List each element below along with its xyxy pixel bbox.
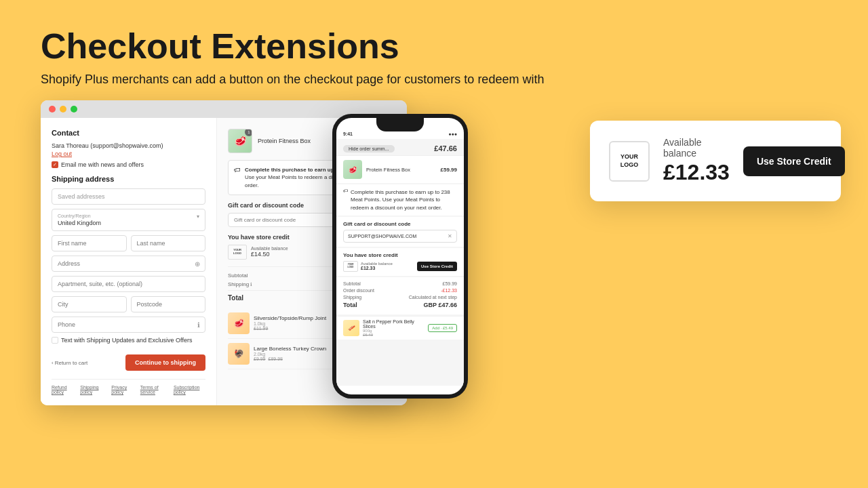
name-row <box>52 235 205 251</box>
checkout-form: Contact Sara Thoreau (support@shopwaive.… <box>41 118 217 405</box>
upsell-orig-2: £89.98 <box>269 357 283 361</box>
product-info: 🥩 1 Protein Fitness Box <box>228 129 311 153</box>
page-subtitle: Shopify Plus merchants can add a button … <box>41 73 827 87</box>
shipping-section-title: Shipping address <box>52 175 205 183</box>
product-name: Protein Fitness Box <box>258 138 311 144</box>
email-checkbox-label: Email me with news and offers <box>61 161 144 168</box>
country-label: Country/Region <box>58 214 101 218</box>
terms-link[interactable]: Terms of service <box>140 385 168 394</box>
phone-content: Hide order summ... £47.66 🥩 Protein Fitn… <box>336 139 464 386</box>
email-checkbox-row: ✓ Email me with news and offers <box>52 161 205 168</box>
widget-balance-amount: £12.33 <box>663 160 730 185</box>
phone-discount-applied: SUPPORT@SHOPWAIVE.COM ✕ <box>343 230 457 243</box>
saved-addresses-select[interactable]: Saved addresses <box>52 188 205 205</box>
phone-earn-box: 🏷 Complete this purchase to earn up to 2… <box>336 184 464 216</box>
balance-info: Available balance £14.50 <box>251 246 344 258</box>
phone-subtotal-value: £59.99 <box>443 281 457 286</box>
phone-upsell-name: Salt n Pepper Pork Belly Slices <box>363 319 425 329</box>
privacy-policy-link[interactable]: Privacy policy <box>111 385 135 394</box>
phone-time: 9:41 <box>343 131 353 136</box>
phone-points-icon: 🏷 <box>343 188 348 211</box>
balance-amount: £14.50 <box>251 251 344 258</box>
first-name-field[interactable] <box>52 235 127 251</box>
contact-section-title: Contact <box>52 129 205 137</box>
refund-policy-link[interactable]: Refund policy <box>52 385 75 394</box>
phone-earn-text: Complete this purchase to earn up to 238… <box>351 188 457 211</box>
continue-button[interactable]: Continue to shipping <box>125 354 205 371</box>
phone-use-credit-button[interactable]: Use Store Credit <box>417 262 457 271</box>
postcode-field[interactable] <box>131 296 206 312</box>
product-qty-badge: 1 <box>245 129 252 136</box>
browser-dot-yellow[interactable] <box>60 106 66 113</box>
address-field[interactable] <box>52 256 205 272</box>
country-field: Country/Region United Kingdom ▾ <box>52 209 205 231</box>
phone-hide-btn[interactable]: Hide order summ... <box>343 145 395 152</box>
phone-shipping-value: Calculated at next step <box>409 295 457 300</box>
sms-label: Text with Shipping Updates and Exclusive… <box>61 337 192 344</box>
last-name-field[interactable] <box>131 235 206 251</box>
phone-upsell-img: 🥓 <box>343 320 359 336</box>
phone-discount-label: Order discount <box>343 288 374 293</box>
upsell-img-2: 🦃 <box>228 343 250 365</box>
browser-dot-red[interactable] <box>49 106 56 113</box>
country-value: United Kingdom <box>58 220 101 226</box>
phone-product-row: 🥩 Protein Fitness Box £59.99 <box>336 156 464 183</box>
phone-upsell-info: Salt n Pepper Pork Belly Slices 900g £6.… <box>363 319 425 337</box>
city-post-row <box>52 296 205 312</box>
logout-link[interactable]: Log out <box>52 150 205 157</box>
search-icon: ⊕ <box>195 260 200 268</box>
chevron-down-icon: ▾ <box>197 214 199 220</box>
subscription-policy-link[interactable]: Subscription policy <box>174 385 205 394</box>
widget-balance-info: Available balance £12.33 <box>663 137 730 185</box>
phone-total-header: £47.66 <box>434 144 457 152</box>
phone-sc-title: You have store credit <box>343 252 457 258</box>
phone-totals: Subtotal £59.99 Order discount -£12.33 S… <box>336 277 464 314</box>
phone-notch <box>376 118 424 131</box>
widget-balance-label: Available balance <box>663 137 730 159</box>
phone-upsell-add-button[interactable]: Add · £5.49 <box>428 324 457 332</box>
phone-total-value: GBP £47.66 <box>424 302 457 308</box>
phone-signal: ●●● <box>448 131 457 136</box>
total-label: Total <box>228 294 243 302</box>
contact-user-info: Sara Thoreau (support@shopwaive.com) <box>52 142 205 149</box>
sms-checkbox-row: Text with Shipping Updates and Exclusive… <box>52 337 205 344</box>
phone-balance-info: Available balance £12.33 <box>361 262 414 270</box>
phone-product-name: Protein Fitness Box <box>366 167 437 173</box>
phone-store-credit-section: You have store credit YOUR LOGO Availabl… <box>336 248 464 276</box>
phone-discount-remove[interactable]: ✕ <box>448 233 452 239</box>
phone-merchant-logo: YOUR LOGO <box>343 261 358 272</box>
phone-mockup: 9:41 ●●● Hide order summ... £47.66 🥩 Pro… <box>332 114 468 399</box>
return-link[interactable]: ‹ Return to cart <box>52 360 87 366</box>
phone-discount-code: SUPPORT@SHOPWAIVE.COM <box>348 234 445 239</box>
balance-label: Available balance <box>251 246 344 251</box>
phone-info-icon: ℹ <box>197 321 200 329</box>
phone-product-img: 🥩 <box>343 160 362 179</box>
city-field[interactable] <box>52 296 127 312</box>
phone-discount-row: Order discount -£12.33 <box>343 288 457 293</box>
phone-field-container: ℹ <box>52 317 205 333</box>
email-checkbox[interactable]: ✓ <box>52 161 58 168</box>
shipping-label: Shipping ℹ <box>228 281 252 287</box>
phone-grand-total-row: Total GBP £47.66 <box>343 302 457 308</box>
phone-header-bar: Hide order summ... £47.66 <box>336 142 464 156</box>
address-field-container: ⊕ <box>52 256 205 272</box>
phone-gift-title: Gift card or discount code <box>343 221 457 227</box>
screenshots-area: Contact Sara Thoreau (support@shopwaive.… <box>0 100 868 405</box>
sms-checkbox[interactable] <box>52 337 58 344</box>
apartment-field[interactable] <box>52 276 205 292</box>
phone-shipping-label: Shipping <box>343 295 361 300</box>
checkout-footer: Refund policy Shipping policy Privacy po… <box>52 379 205 394</box>
page-header: Checkout Extensions Shopify Plus merchan… <box>0 0 868 100</box>
widget-card: YOUR LOGO Available balance £12.33 Use S… <box>590 121 841 201</box>
phone-upsell-item: 🥓 Salt n Pepper Pork Belly Slices 900g £… <box>336 316 464 340</box>
phone-field[interactable] <box>52 317 205 333</box>
product-image: 🥩 1 <box>228 129 252 153</box>
phone-balance-amount: £12.33 <box>361 266 414 270</box>
subtotal-label: Subtotal <box>228 272 248 279</box>
shipping-policy-link[interactable]: Shipping policy <box>80 385 106 394</box>
phone-shipping-row: Shipping Calculated at next step <box>343 295 457 300</box>
upsell-price-2: £9.99 <box>254 357 266 361</box>
widget-use-credit-button[interactable]: Use Store Credit <box>743 146 845 176</box>
checkout-buttons: ‹ Return to cart Continue to shipping <box>52 354 205 371</box>
browser-dot-green[interactable] <box>71 106 77 113</box>
